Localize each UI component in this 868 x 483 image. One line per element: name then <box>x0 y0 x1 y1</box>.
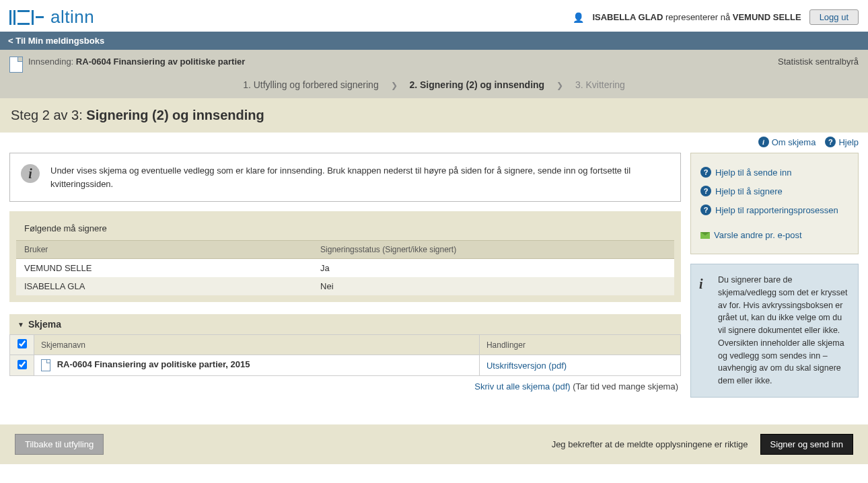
logo[interactable]: altinn <box>9 7 94 28</box>
logo-mark-icon <box>9 10 44 25</box>
skjema-name: RA-0604 Finansiering av politiske partie… <box>57 359 250 369</box>
col-user: Bruker <box>16 241 312 259</box>
chevron-right-icon: ❯ <box>388 81 400 90</box>
caret-down-icon: ▼ <box>17 321 24 328</box>
help-send-link[interactable]: Hjelp til å sende inn <box>715 168 791 178</box>
back-bar: < Til Min meldingsboks <box>0 32 868 50</box>
table-row: ISABELLA GLA Nei <box>16 277 674 295</box>
help-icon: ? <box>700 167 711 178</box>
mail-icon <box>700 232 710 239</box>
col-handlinger: Handlinger <box>479 335 680 355</box>
skjema-section-header[interactable]: ▼ Skjema <box>9 314 681 334</box>
info-icon: i <box>699 274 703 294</box>
skjema-table: Skjemanavn Handlinger RA-0604 Finansieri… <box>9 334 681 376</box>
main-column: i Under vises skjema og eventuelle vedle… <box>9 153 681 392</box>
sign-panel-title: Følgende må signere <box>16 218 674 240</box>
help-icon: ? <box>700 186 711 196</box>
step-title-band: Steg 2 av 3: Signering (2) og innsending <box>0 98 868 133</box>
info-icon: i <box>21 164 40 183</box>
back-button[interactable]: Tilbake til utfylling <box>15 434 104 455</box>
notify-email-link[interactable]: Varsle andre pr. e-post <box>714 230 802 240</box>
step-main-title: Signering (2) og innsending <box>86 108 264 122</box>
signers-table: Bruker Signeringsstatus (Signert/ikke si… <box>16 240 674 295</box>
agency-name: Statistisk sentralbyrå <box>778 57 859 67</box>
help-link[interactable]: ? Hjelp <box>825 137 859 147</box>
submission-title: RA-0604 Finansiering av politiske partie… <box>76 57 245 67</box>
document-icon <box>9 57 23 73</box>
help-sign-link[interactable]: Hjelp til å signere <box>715 186 783 196</box>
about-schema-link[interactable]: i Om skjema <box>758 137 816 147</box>
user-icon: 👤 <box>573 12 584 23</box>
table-row: RA-0604 Finansiering av politiske partie… <box>10 355 681 376</box>
col-checkbox <box>10 335 34 355</box>
help-report-link[interactable]: Hjelp til rapporteringsprosessen <box>715 205 838 215</box>
step-prefix: Steg 2 av 3: <box>11 108 83 122</box>
select-all-checkbox[interactable] <box>17 339 27 348</box>
print-all-note: (Tar tid ved mange skjema) <box>573 381 678 392</box>
submission-band: Innsending: RA-0604 Finansiering av poli… <box>0 50 868 98</box>
col-status: Signeringsstatus (Signert/ikke signert) <box>312 241 674 259</box>
side-info-panel: i Du signerer bare de skjema/vedlegg som… <box>690 264 859 398</box>
step-3: 3. Kvittering <box>569 79 632 90</box>
info-text: Under vises skjema og eventuelle vedlegg… <box>50 164 670 190</box>
help-icon: ? <box>700 205 711 215</box>
side-help-panel: ?Hjelp til å sende inn ?Hjelp til å sign… <box>690 153 859 254</box>
info-icon: i <box>758 137 769 147</box>
chevron-right-icon: ❯ <box>554 81 566 90</box>
sign-send-button[interactable]: Signer og send inn <box>760 434 853 455</box>
topbar: altinn 👤 ISABELLA GLAD representerer nå … <box>0 0 868 32</box>
steps-row: 1. Utfylling og forbered signering ❯ 2. … <box>0 73 868 90</box>
header-links: i Om skjema ? Hjelp <box>0 133 868 153</box>
print-version-link[interactable]: Utskriftsversjon (pdf) <box>486 361 567 371</box>
info-box: i Under vises skjema og eventuelle vedle… <box>9 153 681 202</box>
confirm-text: Jeg bekrefter at de meldte opplysningene… <box>552 439 748 449</box>
print-all-row: Skriv ut alle skjema (pdf) (Tar tid ved … <box>9 376 681 392</box>
help-icon: ? <box>825 137 836 147</box>
logo-text: altinn <box>50 7 94 28</box>
col-skjemanavn: Skjemanavn <box>34 335 480 355</box>
logout-button[interactable]: Logg ut <box>809 9 859 25</box>
footer-bar: Tilbake til utfylling Jeg bekrefter at d… <box>0 424 868 464</box>
print-all-link[interactable]: Skriv ut alle skjema (pdf) <box>474 381 570 392</box>
document-icon <box>41 359 50 371</box>
step-1[interactable]: 1. Utfylling og forbered signering <box>236 79 386 90</box>
step-2[interactable]: 2. Signering (2) og innsending <box>402 79 551 90</box>
back-to-inbox-link[interactable]: < Til Min meldingsboks <box>8 36 104 46</box>
submission-label: Innsending: <box>28 57 73 67</box>
user-area: 👤 ISABELLA GLAD representerer nå VEMUND … <box>573 9 859 25</box>
side-column: ?Hjelp til å sende inn ?Hjelp til å sign… <box>690 153 859 398</box>
side-info-text: Du signerer bare de skjema/vedlegg som d… <box>718 275 847 385</box>
table-row: VEMUND SELLE Ja <box>16 259 674 278</box>
user-name: ISABELLA GLAD representerer nå VEMUND SE… <box>592 12 801 22</box>
row-checkbox[interactable] <box>17 360 27 369</box>
sign-panel: Følgende må signere Bruker Signeringssta… <box>9 211 681 302</box>
